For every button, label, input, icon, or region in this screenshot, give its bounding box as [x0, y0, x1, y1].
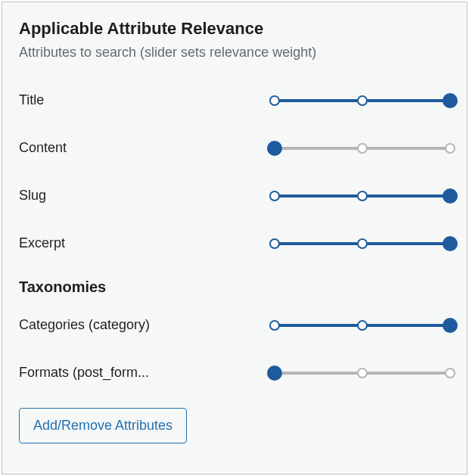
taxonomy-label: Formats (post_form...	[19, 365, 208, 381]
slider-handle[interactable]	[443, 93, 458, 108]
attribute-relevance-panel: Applicable Attribute Relevance Attribute…	[2, 2, 467, 474]
slider-handle[interactable]	[267, 141, 282, 156]
slider-handle[interactable]	[443, 318, 458, 333]
taxonomies-heading: Taxonomies	[19, 278, 450, 296]
attribute-row: Excerpt	[19, 235, 450, 251]
relevance-slider[interactable]	[275, 236, 450, 251]
slider-handle[interactable]	[267, 366, 282, 381]
relevance-slider[interactable]	[275, 188, 450, 204]
slider-step-dot	[357, 320, 368, 331]
slider-step-dot	[357, 191, 368, 201]
taxonomy-row: Categories (category)	[19, 317, 450, 333]
relevance-slider[interactable]	[275, 93, 450, 108]
add-remove-attributes-button[interactable]: Add/Remove Attributes	[19, 408, 187, 443]
attribute-label: Content	[19, 140, 208, 156]
slider-step-dot	[269, 320, 280, 331]
attribute-row: Title	[19, 92, 450, 108]
relevance-slider[interactable]	[275, 318, 450, 333]
taxonomy-row: Formats (post_form...	[19, 365, 450, 381]
slider-step-dot	[357, 95, 368, 106]
slider-handle[interactable]	[443, 188, 458, 204]
attribute-label: Slug	[19, 188, 208, 204]
slider-step-dot	[357, 143, 368, 154]
slider-step-dot	[445, 368, 455, 378]
panel-heading: Applicable Attribute Relevance	[19, 19, 450, 39]
relevance-slider[interactable]	[275, 141, 450, 156]
attribute-row: Content	[19, 140, 450, 156]
slider-step-dot	[357, 368, 368, 378]
relevance-slider[interactable]	[275, 366, 450, 381]
panel-subheading: Attributes to search (slider sets releva…	[19, 45, 450, 61]
taxonomy-label: Categories (category)	[19, 317, 208, 333]
slider-step-dot	[269, 191, 280, 201]
attribute-row: Slug	[19, 188, 450, 204]
slider-step-dot	[357, 238, 368, 249]
attribute-label: Excerpt	[19, 235, 208, 251]
slider-handle[interactable]	[443, 236, 458, 251]
slider-step-dot	[269, 95, 280, 106]
slider-step-dot	[445, 143, 455, 154]
attribute-label: Title	[19, 92, 208, 108]
slider-step-dot	[269, 238, 280, 249]
